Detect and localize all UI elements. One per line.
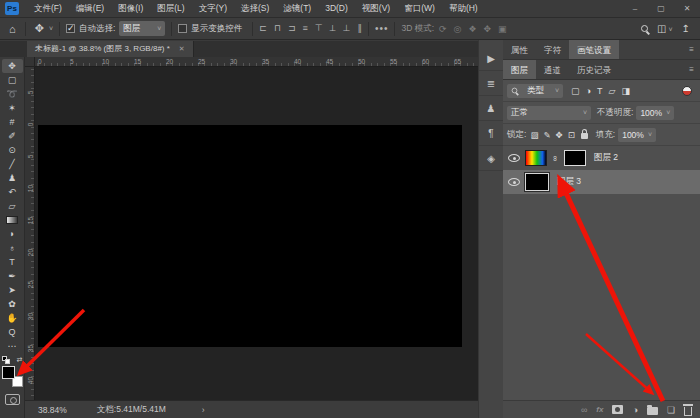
gradient-layer-thumbnail[interactable] <box>525 150 547 166</box>
new-layer-icon[interactable]: ❏ <box>667 405 675 415</box>
close-document-icon[interactable]: ✕ <box>179 41 185 57</box>
lock-position-icon[interactable]: ✥ <box>556 130 563 140</box>
filter-pixel-layers-icon[interactable]: ▢ <box>571 86 580 96</box>
minimize-button[interactable]: – <box>622 0 648 17</box>
3d-panel-icon[interactable]: ◈ <box>479 146 503 171</box>
home-icon[interactable]: ⌂ <box>9 23 16 35</box>
blend-mode-dropdown[interactable]: 正常 ˅ <box>507 106 591 120</box>
mask-link-icon[interactable]: ∞ <box>552 155 559 162</box>
move-tool-preset-icon[interactable]: ✥ <box>35 22 44 35</box>
panel-menu-icon[interactable]: ≡ <box>683 60 700 79</box>
menubar-item-5[interactable]: 选择(S) <box>234 0 276 17</box>
new-group-icon[interactable] <box>647 407 658 415</box>
3d-roll-icon[interactable]: ◎ <box>454 24 462 34</box>
chevron-down-icon[interactable]: ˅ <box>49 25 53 32</box>
3d-slide-icon[interactable]: ✥ <box>484 24 492 34</box>
filter-toggle-icon[interactable] <box>682 86 692 96</box>
layer-row-3[interactable]: 图层 3 <box>503 170 700 194</box>
link-layers-icon[interactable]: ∞ <box>581 405 587 415</box>
search-icon[interactable] <box>641 25 648 32</box>
auto-select-checkbox[interactable] <box>66 24 75 33</box>
auto-select-dropdown[interactable]: 图层 ˅ <box>119 21 165 36</box>
visibility-eye-icon[interactable] <box>508 178 520 186</box>
filter-adjustment-layers-icon[interactable]: ◑ <box>586 86 591 96</box>
filter-smart-objects-icon[interactable]: ◨ <box>621 86 630 96</box>
menubar-item-3[interactable]: 图层(L) <box>150 0 191 17</box>
lasso-tool[interactable]: ➰ <box>2 87 23 101</box>
brush-tool[interactable]: ╱ <box>2 157 23 171</box>
history-brush-tool[interactable]: ↶ <box>2 185 23 199</box>
move-tool[interactable]: ✥ <box>2 59 23 73</box>
menubar-item-1[interactable]: 编辑(E) <box>69 0 111 17</box>
close-button[interactable]: ✕ <box>674 0 700 17</box>
align-right-icon[interactable]: ⊐ <box>288 23 296 34</box>
menubar-item-9[interactable]: 窗口(W) <box>397 0 442 17</box>
hand-tool[interactable]: ✋ <box>2 311 23 325</box>
more-options-icon[interactable]: ••• <box>375 23 389 34</box>
align-bottom-icon[interactable]: ⊥ <box>343 23 351 34</box>
delete-layer-icon[interactable] <box>684 407 692 416</box>
layer-filter-dropdown[interactable]: 类型 ˅ <box>507 84 563 98</box>
foreground-color-swatch[interactable] <box>2 366 15 379</box>
fill-dropdown[interactable]: 100% ˅ <box>618 128 656 142</box>
filter-type-layers-icon[interactable]: T <box>597 86 603 96</box>
zoom-level-field[interactable]: 38.84% <box>38 405 67 415</box>
align-center-h-icon[interactable]: ⊓ <box>274 23 281 34</box>
status-options-chevron-icon[interactable]: › <box>202 405 205 415</box>
add-mask-icon[interactable] <box>612 405 623 414</box>
shape-tool[interactable]: ✿ <box>2 297 23 311</box>
lock-transparency-icon[interactable]: ▨ <box>530 130 538 140</box>
layer-thumbnail[interactable] <box>525 173 549 191</box>
opacity-dropdown[interactable]: 100% ˅ <box>636 106 674 120</box>
blur-tool[interactable]: ◗ <box>2 227 23 241</box>
quick-mask-mode-button[interactable] <box>5 394 20 405</box>
menubar-item-8[interactable]: 视图(V) <box>355 0 397 17</box>
menubar-item-4[interactable]: 文字(Y) <box>192 0 234 17</box>
workspace-switcher-icon[interactable]: ◫˅ <box>657 23 673 34</box>
tab-brush-settings[interactable]: 画笔设置 <box>569 40 619 59</box>
document-tab[interactable]: 未标题-1 @ 38.8% (图层 3, RGB/8#) * ✕ <box>27 41 194 57</box>
menubar-item-10[interactable]: 帮助(H) <box>442 0 485 17</box>
align-middle-icon[interactable]: ⟂ <box>330 23 336 34</box>
menubar-item-2[interactable]: 图像(I) <box>111 0 150 17</box>
align-top-icon[interactable]: ⊤ <box>315 23 323 34</box>
gradient-tool[interactable] <box>2 213 23 227</box>
tab-channels[interactable]: 通道 <box>536 60 569 79</box>
dodge-tool[interactable]: ♁ <box>2 241 23 255</box>
distribute-v-icon[interactable]: ∥ <box>357 23 362 34</box>
adjustment-layer-icon[interactable]: ◑ <box>632 405 637 415</box>
3d-drag-icon[interactable]: ❖ <box>468 24 476 34</box>
tab-history[interactable]: 历史记录 <box>569 60 619 79</box>
edit-toolbar-icon[interactable]: ⋯ <box>2 339 23 353</box>
path-selection-tool[interactable]: ➤ <box>2 283 23 297</box>
clone-source-panel-icon[interactable]: ♟ <box>479 96 503 121</box>
layer-name[interactable]: 图层 2 <box>594 152 618 164</box>
paragraph-panel-icon[interactable]: ¶ <box>479 121 503 146</box>
panel-menu-icon[interactable]: ≡ <box>683 40 700 59</box>
filter-shape-layers-icon[interactable]: ▱ <box>608 86 615 96</box>
tab-layers[interactable]: 图层 <box>503 60 536 79</box>
lock-artboard-icon[interactable]: ⊡ <box>568 130 575 140</box>
pen-tool[interactable]: ✒ <box>2 269 23 283</box>
default-colors-icon[interactable] <box>2 356 10 364</box>
properties-panel-icon[interactable]: ≣ <box>479 71 503 96</box>
lock-paint-icon[interactable]: ✎ <box>543 130 550 140</box>
swap-colors-icon[interactable]: ⇄ <box>17 356 23 364</box>
align-left-icon[interactable]: ⊏ <box>259 23 267 34</box>
show-transform-checkbox[interactable] <box>178 24 187 33</box>
share-icon[interactable]: ↥ <box>682 23 690 34</box>
marquee-tool[interactable]: ▢ <box>2 73 23 87</box>
tab-properties[interactable]: 属性 <box>503 40 536 59</box>
3d-scale-icon[interactable]: ▣ <box>498 24 507 34</box>
actions-panel-icon[interactable]: ▶ <box>479 46 503 71</box>
crop-tool[interactable]: # <box>2 115 23 129</box>
menubar-item-6[interactable]: 滤镜(T) <box>276 0 318 17</box>
layer-style-icon[interactable]: fx <box>596 405 603 414</box>
clone-stamp-tool[interactable]: ♟ <box>2 171 23 185</box>
tab-character[interactable]: 字符 <box>536 40 569 59</box>
layer-mask-thumbnail[interactable] <box>564 150 586 166</box>
lock-all-icon[interactable] <box>581 133 588 139</box>
magic-wand-tool[interactable]: ✶ <box>2 101 23 115</box>
eraser-tool[interactable]: ▱ <box>2 199 23 213</box>
maximize-button[interactable]: ▢ <box>648 0 674 17</box>
